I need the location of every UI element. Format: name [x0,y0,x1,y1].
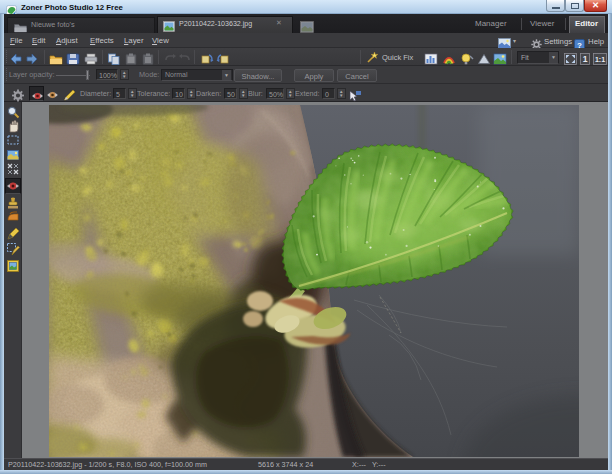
svg-text:1:1: 1:1 [595,56,605,63]
svg-text:1: 1 [583,54,588,64]
